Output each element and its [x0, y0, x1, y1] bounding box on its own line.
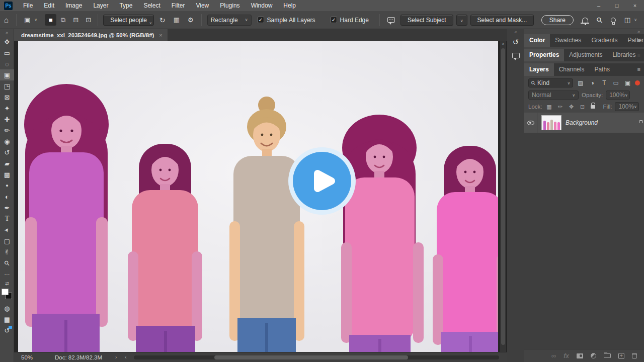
healing-brush-tool[interactable]: ✚	[0, 114, 14, 125]
horizontal-scroll-thumb[interactable]	[214, 355, 408, 359]
filter-pixel-layers-icon[interactable]: ▨	[576, 79, 585, 86]
new-group-icon[interactable]	[604, 353, 611, 358]
layer-thumbnail[interactable]	[541, 115, 561, 130]
eraser-tool[interactable]: ▰	[0, 158, 14, 169]
discover-bulb-icon[interactable]	[611, 18, 616, 23]
menu-edit[interactable]: Edit	[38, 0, 60, 11]
select-and-mask-button[interactable]: Select and Mask...	[470, 15, 534, 26]
rectangular-marquee-tool[interactable]: ▭	[0, 47, 14, 58]
new-layer-icon[interactable]: +	[618, 353, 624, 359]
tab-gradients[interactable]: Gradients	[586, 34, 622, 47]
tab-adjustments[interactable]: Adjustments	[564, 49, 607, 61]
refresh-icon[interactable]: ↻	[155, 12, 170, 29]
history-panel-button[interactable]: ↺	[507, 36, 524, 49]
fill-value-field[interactable]: 100% ∨	[615, 102, 639, 111]
feedback-bubble-icon[interactable]: •••	[387, 17, 395, 23]
panel-menu-icon[interactable]: ≡	[637, 63, 640, 76]
scroll-left-icon[interactable]: ‹	[125, 354, 126, 360]
workspace-switcher-icon[interactable]: ◫	[624, 16, 630, 24]
tab-color[interactable]: Color	[524, 34, 550, 47]
minimize-button[interactable]: –	[590, 0, 608, 11]
gear-icon[interactable]: ⚙	[184, 12, 198, 29]
chevron-down-icon[interactable]: ∨	[34, 18, 37, 22]
link-layers-icon[interactable]: ∞	[551, 352, 556, 359]
restore-button[interactable]: □	[608, 0, 626, 11]
pen-tool[interactable]: ✒	[0, 202, 14, 213]
shape-mode-dropdown[interactable]: Rectangle ∨	[207, 15, 252, 26]
crop-tool[interactable]: ◳	[0, 80, 14, 92]
edit-toolbar-button[interactable]: ⋯	[0, 268, 14, 280]
layer-style-fx-icon[interactable]: fx	[564, 353, 569, 359]
filter-toggle-icon[interactable]	[635, 80, 640, 85]
clone-stamp-tool[interactable]: ◉	[0, 136, 14, 147]
home-icon[interactable]: ⌂	[0, 12, 13, 29]
tab-libraries[interactable]: Libraries	[607, 49, 640, 61]
select-subject-dropdown-button[interactable]: ∨	[456, 15, 467, 26]
status-popup-icon[interactable]: ›	[115, 354, 117, 360]
menu-window[interactable]: Window	[246, 0, 278, 11]
scroll-up-icon[interactable]: ∧	[500, 41, 506, 47]
menu-file[interactable]: File	[18, 0, 38, 11]
intersect-selection-icon[interactable]: ⊡	[83, 14, 94, 26]
active-tool-icon[interactable]: ▣	[20, 12, 34, 29]
video-play-button[interactable]	[288, 147, 356, 215]
type-tool[interactable]: T	[0, 213, 14, 224]
menu-filter[interactable]: Filter	[166, 0, 191, 11]
collapse-toolbar-icon[interactable]: »	[0, 29, 14, 36]
search-icon[interactable]: ⚲	[594, 15, 605, 25]
quick-mask-button[interactable]: ◍	[0, 303, 14, 314]
vertical-scrollbar[interactable]: ∧	[500, 41, 506, 352]
tab-paths[interactable]: Paths	[589, 63, 615, 76]
gradient-tool[interactable]: ▩	[0, 169, 14, 180]
preview-options-icon[interactable]: ▦	[170, 12, 184, 29]
foreground-color-swatch[interactable]	[2, 289, 9, 295]
opacity-value-field[interactable]: 100% ∨	[606, 90, 630, 100]
vertical-scroll-thumb[interactable]	[501, 48, 505, 345]
tab-patterns[interactable]: Patterns	[622, 34, 644, 47]
menu-layer[interactable]: Layer	[88, 0, 114, 11]
zoom-level-field[interactable]: 50%	[21, 354, 33, 360]
object-selection-tool[interactable]: ▣	[0, 69, 14, 80]
lock-position-icon[interactable]: ✥	[568, 104, 576, 110]
dodge-tool[interactable]: ◐	[0, 191, 14, 202]
document-tab[interactable]: dreamstime_xxl_203524649.jpg @ 50% (RGB/…	[14, 29, 168, 41]
lock-image-pixels-icon[interactable]: ✏	[556, 104, 565, 110]
edit-in-app-button[interactable]: ↺	[0, 325, 14, 336]
layer-row-background[interactable]: Background	[524, 113, 644, 133]
blend-mode-dropdown[interactable]: Normal ∨	[528, 90, 579, 100]
blur-tool[interactable]: ●	[0, 180, 14, 191]
menu-type[interactable]: Type	[114, 0, 138, 11]
expand-panels-icon[interactable]: »	[637, 29, 640, 34]
close-tab-icon[interactable]: ×	[159, 32, 162, 38]
menu-plugins[interactable]: Plugins	[214, 0, 245, 11]
horizontal-scrollbar[interactable]	[134, 355, 499, 359]
tab-channels[interactable]: Channels	[554, 63, 590, 76]
add-layer-mask-icon[interactable]	[577, 353, 583, 358]
layer-visibility-toggle[interactable]	[524, 113, 537, 133]
menu-help[interactable]: Help	[278, 0, 301, 11]
history-brush-tool[interactable]: ↺	[0, 147, 14, 158]
collapse-dock-icon[interactable]: «	[507, 29, 524, 36]
filter-adjustment-layers-icon[interactable]: ◑	[588, 79, 597, 86]
tab-swatches[interactable]: Swatches	[550, 34, 586, 47]
close-button[interactable]: ×	[626, 0, 644, 11]
delete-layer-icon[interactable]	[632, 353, 637, 358]
comments-panel-button[interactable]	[507, 49, 524, 62]
lock-transparent-pixels-icon[interactable]: ▦	[545, 104, 553, 110]
frame-tool[interactable]: ⊠	[0, 92, 14, 103]
filter-type-layers-icon[interactable]: T	[600, 79, 608, 86]
foreground-background-colors[interactable]	[0, 288, 14, 303]
menu-image[interactable]: Image	[60, 0, 88, 11]
move-tool[interactable]: ✥	[0, 36, 14, 47]
hand-tool[interactable]: ✌	[0, 246, 14, 257]
layer-filter-kind-dropdown[interactable]: ⚲ Kind ∨	[528, 78, 573, 87]
tab-layers[interactable]: Layers	[524, 63, 554, 76]
panel-menu-icon[interactable]: ≡	[637, 34, 640, 47]
filter-shape-layers-icon[interactable]: ▭	[612, 79, 620, 86]
select-subject-button[interactable]: Select Subject	[400, 15, 453, 26]
menu-view[interactable]: View	[190, 0, 214, 11]
chevron-down-icon[interactable]: ∨	[634, 18, 637, 22]
notifications-bell-icon[interactable]	[582, 18, 588, 23]
filter-smart-objects-icon[interactable]: ▣	[623, 79, 632, 86]
add-to-selection-icon[interactable]: ⧉	[57, 14, 69, 26]
